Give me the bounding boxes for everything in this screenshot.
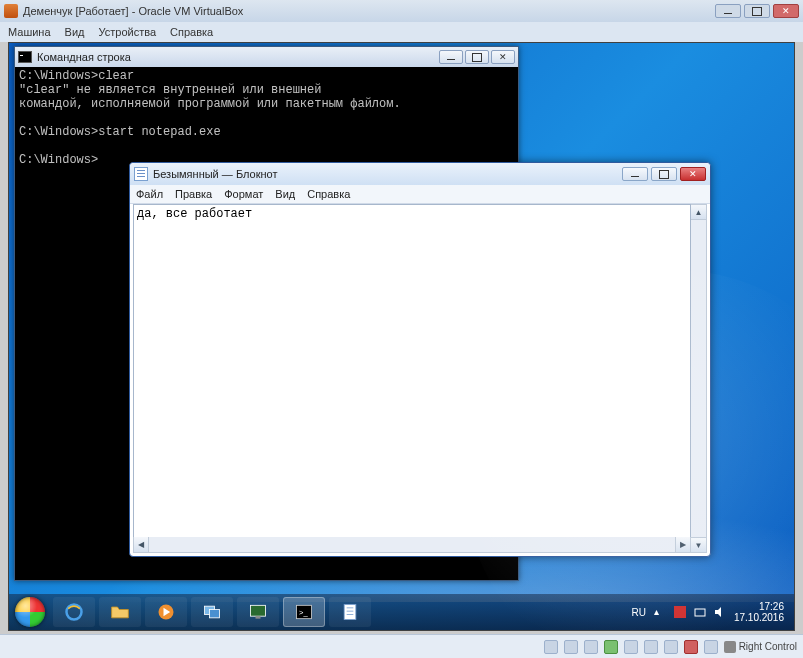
- virtualbox-window: Деменчук [Работает] - Oracle VM VirtualB…: [0, 0, 803, 658]
- start-button[interactable]: [9, 595, 51, 629]
- taskbar-switcher[interactable]: [191, 597, 233, 627]
- vb-host-key-label: Right Control: [739, 641, 797, 652]
- notepad-textarea[interactable]: [133, 204, 691, 553]
- scroll-up-icon[interactable]: ▲: [691, 205, 706, 220]
- svg-text:>_: >_: [299, 608, 308, 617]
- vb-maximize-button[interactable]: [744, 4, 770, 18]
- taskbar-notepad[interactable]: [329, 597, 371, 627]
- cmd-titlebar[interactable]: Командная строка: [15, 47, 518, 67]
- virtualbox-statusbar: Right Control: [0, 634, 803, 658]
- vb-status-mouse-icon[interactable]: [704, 640, 718, 654]
- taskbar-media-player[interactable]: [145, 597, 187, 627]
- notepad-menubar: Файл Правка Формат Вид Справка: [130, 185, 710, 204]
- notepad-close-button[interactable]: [680, 167, 706, 181]
- window-switcher-icon: [201, 602, 223, 622]
- cmd-close-button[interactable]: [491, 50, 515, 64]
- notepad-title: Безымянный — Блокнот: [153, 168, 277, 180]
- folder-icon: [109, 602, 131, 622]
- taskbar-explorer[interactable]: [99, 597, 141, 627]
- clock-time: 17:26: [734, 601, 784, 612]
- notepad-window[interactable]: Безымянный — Блокнот Файл Правка Формат …: [129, 162, 711, 557]
- np-menu-help[interactable]: Справка: [307, 188, 350, 200]
- vb-status-display-icon[interactable]: [664, 640, 678, 654]
- cmd-icon: [18, 51, 32, 63]
- vb-status-shared-icon[interactable]: [644, 640, 658, 654]
- vb-status-network-icon[interactable]: [604, 640, 618, 654]
- cmd-taskbar-icon: >_: [293, 602, 315, 622]
- notepad-icon: [134, 167, 148, 181]
- vb-menu-devices[interactable]: Устройства: [98, 26, 156, 38]
- vm-desktop[interactable]: Командная строка C:\Windows>clear "clear…: [8, 42, 795, 631]
- virtualbox-title: Деменчук [Работает] - Oracle VM VirtualB…: [23, 5, 243, 17]
- cmd-title: Командная строка: [37, 51, 131, 63]
- np-menu-view[interactable]: Вид: [275, 188, 295, 200]
- flag-icon[interactable]: [674, 606, 686, 618]
- scroll-down-icon[interactable]: ▼: [691, 537, 706, 552]
- vb-status-recording-icon[interactable]: [684, 640, 698, 654]
- network-icon[interactable]: [694, 606, 706, 618]
- vb-status-usb-icon[interactable]: [624, 640, 638, 654]
- keyboard-icon: [724, 641, 736, 653]
- taskbar-ie[interactable]: [53, 597, 95, 627]
- tray-arrow-icon[interactable]: ▴: [654, 606, 666, 618]
- svg-rect-4: [251, 605, 266, 616]
- virtualbox-icon: [4, 4, 18, 18]
- notepad-titlebar[interactable]: Безымянный — Блокнот: [130, 163, 710, 185]
- clock-date: 17.10.2016: [734, 612, 784, 623]
- vb-menu-view[interactable]: Вид: [65, 26, 85, 38]
- svg-rect-12: [674, 606, 686, 618]
- volume-icon[interactable]: [714, 606, 726, 618]
- clock[interactable]: 17:26 17.10.2016: [734, 601, 784, 623]
- vb-close-button[interactable]: [773, 4, 799, 18]
- vb-host-key[interactable]: Right Control: [724, 641, 797, 653]
- cmd-minimize-button[interactable]: [439, 50, 463, 64]
- windows-orb-icon: [15, 597, 45, 627]
- notepad-taskbar-icon: [339, 602, 361, 622]
- taskbar-desktop-preview[interactable]: [237, 597, 279, 627]
- taskbar: >_ RU ▴ 17:26 17.10.2016: [9, 594, 794, 630]
- np-menu-file[interactable]: Файл: [136, 188, 163, 200]
- np-menu-format[interactable]: Формат: [224, 188, 263, 200]
- virtualbox-titlebar[interactable]: Деменчук [Работает] - Oracle VM VirtualB…: [0, 0, 803, 22]
- notepad-minimize-button[interactable]: [622, 167, 648, 181]
- notepad-maximize-button[interactable]: [651, 167, 677, 181]
- notepad-vscrollbar[interactable]: ▲ ▼: [691, 204, 707, 553]
- notepad-hscrollbar[interactable]: ◀ ▶: [133, 537, 691, 553]
- vb-menu-machine[interactable]: Машина: [8, 26, 51, 38]
- np-menu-edit[interactable]: Правка: [175, 188, 212, 200]
- scroll-left-icon[interactable]: ◀: [134, 537, 149, 552]
- scroll-right-icon[interactable]: ▶: [675, 537, 690, 552]
- svg-rect-13: [695, 609, 705, 616]
- vb-minimize-button[interactable]: [715, 4, 741, 18]
- svg-rect-3: [210, 610, 220, 618]
- language-indicator[interactable]: RU: [631, 607, 645, 618]
- vb-status-optical-icon[interactable]: [564, 640, 578, 654]
- vb-menu-help[interactable]: Справка: [170, 26, 213, 38]
- desktop-preview-icon: [247, 602, 269, 622]
- svg-rect-8: [344, 605, 356, 620]
- media-player-icon: [155, 602, 177, 622]
- vb-status-audio-icon[interactable]: [584, 640, 598, 654]
- cmd-maximize-button[interactable]: [465, 50, 489, 64]
- virtualbox-menubar: Машина Вид Устройства Справка: [0, 22, 803, 42]
- system-tray: RU ▴ 17:26 17.10.2016: [625, 601, 790, 623]
- taskbar-cmd[interactable]: >_: [283, 597, 325, 627]
- ie-icon: [63, 602, 85, 622]
- vb-status-hdd-icon[interactable]: [544, 640, 558, 654]
- svg-rect-5: [256, 616, 261, 619]
